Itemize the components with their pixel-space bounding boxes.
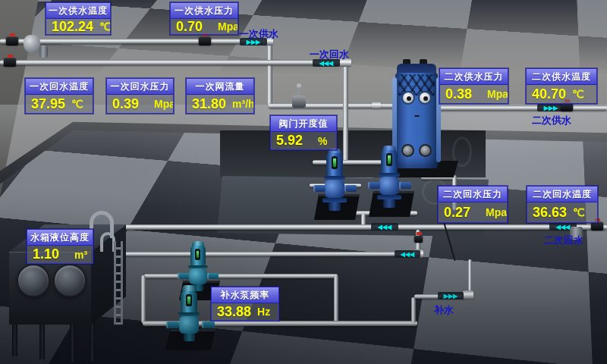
pipe-label-makeup-water: 补水 xyxy=(434,303,454,317)
tank-leg xyxy=(90,322,95,361)
gauge-value-row: 5.92% xyxy=(271,132,336,149)
pipe-label-secondary-return: 二次回水 xyxy=(544,234,583,247)
gauge-title: 一次供水温度 xyxy=(46,3,110,19)
gauge-value-row: 0.27Mpa xyxy=(439,202,507,222)
pipe-secondary-return xyxy=(97,224,607,230)
pump-indicator-window xyxy=(195,249,200,260)
pipe-tank-outlet xyxy=(102,252,420,256)
gauge-value: 36.63 xyxy=(533,205,567,221)
tank-manhole xyxy=(17,264,50,297)
pump-indicator-window xyxy=(386,153,392,166)
gauge-title: 二次回水压力 xyxy=(439,187,507,202)
pump-discharge-nozzle xyxy=(202,322,215,328)
gauge-title: 一次供水压力 xyxy=(171,3,237,19)
gauge-value: 33.88 xyxy=(217,304,251,320)
pump-indicator-window xyxy=(332,156,338,169)
pump-suction-nozzle xyxy=(368,182,380,189)
gauge-secondary-supply-temp: 二次供水温度 40.70℃ xyxy=(526,68,597,104)
strainer xyxy=(24,35,40,53)
gauge-secondary-supply-pressure: 二次供水压力 0.38Mpa xyxy=(439,68,508,104)
tank-leg xyxy=(70,325,75,362)
pipe-makeup-tie-in xyxy=(468,259,472,293)
pipe-primary-supply-drop xyxy=(267,42,272,106)
pipe-loop-right xyxy=(334,275,338,323)
pump-volute xyxy=(379,177,399,195)
pump-suction-nozzle xyxy=(166,322,179,328)
hmi-heat-station-screen: ▶▶▶ ◀◀◀ ▶▶▶ ◀◀◀ ◀◀◀ ◀◀◀ ▶▶▶ xyxy=(0,0,607,364)
gauge-value-row: 36.63℃ xyxy=(527,202,597,222)
gauge-title: 二次回水温度 xyxy=(527,187,597,202)
pipe-loop-left xyxy=(141,275,146,323)
gauge-value: 1.10 xyxy=(33,246,59,262)
shutoff-valve[interactable] xyxy=(199,37,211,46)
gauge-value: 5.92 xyxy=(276,133,303,149)
drain-fitting xyxy=(39,46,48,58)
pump-discharge-nozzle xyxy=(344,185,357,192)
flow-arrow-secondary-return: ◀◀◀ xyxy=(371,223,398,231)
shutoff-valve[interactable] xyxy=(561,103,573,111)
makeup-tie-valve[interactable] xyxy=(414,236,423,243)
tank-manhole xyxy=(53,264,86,297)
shutoff-valve[interactable] xyxy=(6,37,18,46)
gauge-value-row: 0.70Mpa xyxy=(171,19,237,34)
gauge-value-row: 102.24℃ xyxy=(46,19,110,34)
gauge-title: 二次供水压力 xyxy=(440,69,508,85)
gauge-title: 水箱液位高度 xyxy=(27,230,93,246)
circulation-pump-1[interactable] xyxy=(313,149,363,221)
gauge-value: 0.27 xyxy=(444,205,470,221)
hx-port-center xyxy=(407,96,411,101)
gauge-title: 一次回水压力 xyxy=(107,79,173,95)
makeup-pump-2[interactable] xyxy=(164,285,217,352)
gauge-unit: ℃ xyxy=(573,206,585,218)
gauge-secondary-return-pressure: 二次回水压力 0.27Mpa xyxy=(438,186,508,223)
gauge-title: 阀门开度值 xyxy=(271,116,336,132)
gauge-value: 31.80 xyxy=(192,96,226,112)
gauge-value: 40.70 xyxy=(532,86,566,102)
gauge-title: 一次网流量 xyxy=(187,79,253,95)
pump-foot xyxy=(184,334,195,341)
gauge-unit: m³/h xyxy=(232,98,253,110)
gauge-makeup-pump-frequency: 补水泵频率 33.88Hz xyxy=(211,287,279,321)
gauge-value: 0.70 xyxy=(176,19,203,34)
pump-suction-nozzle xyxy=(313,185,326,192)
gauge-primary-supply-temp: 一次供水温度 102.24℃ xyxy=(46,2,111,35)
pump-volute xyxy=(325,180,344,198)
pipe-makeup-pump-top xyxy=(144,274,338,278)
gauge-value: 0.39 xyxy=(112,96,139,112)
gauge-value: 37.95 xyxy=(31,96,65,112)
pump-volute xyxy=(179,316,199,334)
gauge-title: 二次供水温度 xyxy=(527,69,596,85)
gauge-value-row: 33.88Hz xyxy=(212,303,278,320)
gauge-valve-opening: 阀门开度值 5.92% xyxy=(270,115,337,150)
gauge-title: 一次回水温度 xyxy=(26,79,93,95)
pipe-primary-return-drop xyxy=(343,64,348,162)
pipe-flange xyxy=(463,290,473,300)
shutoff-valve[interactable] xyxy=(591,222,603,231)
gauge-primary-supply-pressure: 一次供水压力 0.70Mpa xyxy=(170,2,238,35)
gauge-value-row: 1.10m³ xyxy=(27,246,93,263)
pump-foot xyxy=(329,202,341,211)
tank-ladder xyxy=(114,241,123,325)
gauge-value-row: 0.39Mpa xyxy=(107,95,173,113)
gauge-unit: ℃ xyxy=(99,20,110,33)
circulation-pump-2[interactable] xyxy=(367,146,417,218)
pipe-primary-return xyxy=(0,60,345,65)
pump-volute xyxy=(189,268,207,284)
gauge-primary-return-pressure: 一次回水压力 0.39Mpa xyxy=(106,78,174,114)
gauge-value-row: 40.70℃ xyxy=(527,85,596,103)
hx-port-center xyxy=(423,96,428,101)
gauge-secondary-return-temp: 二次回水温度 36.63℃ xyxy=(527,186,598,223)
pump-motor-cap xyxy=(182,285,196,291)
pump-indicator-window xyxy=(186,294,192,306)
pipe-makeup-riser xyxy=(411,297,416,323)
gauge-unit: % xyxy=(318,135,327,147)
pipe-joint xyxy=(372,102,381,109)
control-valve[interactable] xyxy=(292,96,306,108)
hx-lower-port-right xyxy=(419,144,432,157)
tank-leg xyxy=(12,325,17,356)
shutoff-valve[interactable] xyxy=(4,58,16,67)
flow-arrow-tank-line: ◀◀◀ xyxy=(395,250,420,258)
pipe-secondary-supply xyxy=(429,105,607,111)
gauge-tank-level: 水箱液位高度 1.10m³ xyxy=(27,229,93,264)
hx-nose xyxy=(414,114,420,117)
